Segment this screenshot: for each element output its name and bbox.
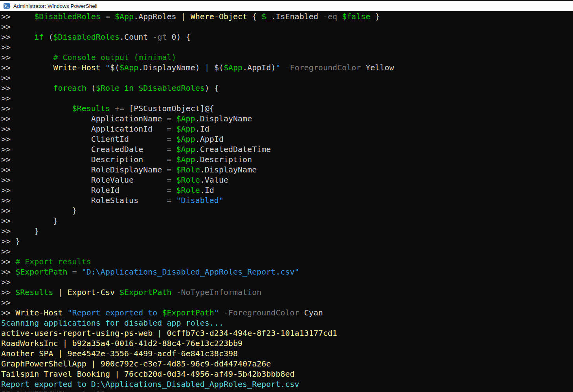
terminal-line: >> if ($DisabledRoles.Count -gt 0) { [1,32,573,42]
titlebar[interactable]: Administrator: Windows PowerShell [0,0,573,11]
code-segment: Where-Object [191,12,248,21]
code-segment: $DisabledRoles [53,32,119,42]
terminal-line: >> $DisabledRoles = $App.AppRoles | Wher… [1,11,573,22]
code-segment [171,155,176,164]
terminal-line: Tailspin Travel Booking | 76ccb20d-0d34-… [1,369,573,379]
code-segment: >> [1,308,15,317]
code-segment: = [167,155,171,164]
code-segment: >> [1,12,34,21]
code-segment: "Report exported to [68,308,162,317]
code-segment: active-users-report-using-ps-web | 0cffb… [1,328,337,338]
code-segment: $DisabledRoles [34,12,101,21]
code-segment: -ForegroundColor [281,63,361,72]
code-segment: ) { [205,83,219,93]
code-segment: $Role [176,175,200,185]
terminal-line: >> } [1,216,573,226]
console-output[interactable]: >> $DisabledRoles = $App.AppRoles | Wher… [0,11,573,392]
code-segment [337,12,342,21]
code-segment: >> [1,298,11,307]
code-segment: .AppId) [242,63,275,72]
code-segment: -gt [152,32,167,42]
code-segment: = [167,145,171,154]
code-segment [134,83,138,93]
terminal-line: Scanning applications for disabled app r… [1,318,573,328]
code-segment: >> [1,267,15,277]
code-segment: >> ApplicationName [1,114,167,123]
code-segment: ( [44,32,53,42]
code-segment: .AppRoles | [134,12,191,21]
terminal-line: >> [1,297,573,308]
code-segment [171,124,176,134]
code-segment: >> RoleId [1,185,167,195]
code-segment: .Value [200,175,228,185]
code-segment: PS C:\WINDOWS\system32> [1,390,110,392]
code-segment: " [214,308,219,317]
terminal-line: >> [1,22,573,32]
code-segment: ( [86,83,96,93]
terminal-line: Another SPA | 9ee4542e-3556-4499-acdf-6e… [1,348,573,359]
code-segment: $App [115,12,134,21]
code-segment [171,165,176,174]
code-segment [171,185,176,195]
code-segment: >> [1,93,11,103]
code-segment: = [167,124,171,134]
terminal-line: >> } [1,226,573,236]
code-segment: = [167,185,171,195]
code-segment: -NoTypeInformation [172,288,262,297]
terminal-line: >> [1,93,573,103]
code-segment: -ForegroundColor [219,308,299,317]
code-segment: = [167,134,171,144]
code-segment: " [105,63,110,72]
code-segment: >> ApplicationId [1,124,167,134]
terminal-line: >> } [1,205,573,216]
terminal-line: active-users-report-using-ps-web | 0cffb… [1,328,573,338]
code-segment: .Description [195,155,252,164]
terminal-line: >> Write-Host "Report exported to $Expor… [1,308,573,318]
code-segment: { [247,12,261,21]
code-segment: .Id [200,185,214,195]
code-segment: >> [1,288,15,297]
terminal-line: >> $Results | Export-Csv $ExportPath -No… [1,287,573,297]
code-segment: >> CreatedDate [1,145,167,154]
terminal-line: >> ApplicationId = $App.Id [1,124,573,134]
code-segment: if [34,32,44,42]
code-segment: >> } [1,206,77,215]
code-segment: $Role [96,83,119,93]
code-segment: $_ [261,12,271,21]
code-segment: $Role [176,185,200,195]
code-segment: >> [1,63,53,72]
code-segment: >> [1,83,53,93]
terminal-line: GraphPowerShellApp | 900c792c-e3e7-4d85-… [1,359,573,369]
code-segment [171,134,176,144]
code-segment [171,196,176,205]
code-segment: $DisabledRoles [138,83,205,93]
code-segment: Write-Host [15,308,62,317]
code-segment: .Count [119,32,152,42]
code-segment: >> [1,257,15,266]
code-segment: >> RoleStatus [1,196,167,205]
code-segment [115,288,119,297]
code-segment: $App [176,114,195,123]
terminal-line: >> # Console output (minimal) [1,52,573,62]
code-segment: # Export results [15,257,91,266]
code-segment: Write-Host [53,63,100,72]
code-segment: $App [224,63,242,72]
terminal-line: >> } [1,236,573,246]
code-segment: >> [1,277,11,287]
terminal-line: >> $ExportPath = "D:\Applications_Disabl… [1,267,573,277]
terminal-line: >> RoleDisplayName = $Role.DisplayName [1,165,573,175]
code-segment: >> Description [1,155,167,164]
code-segment: >> [1,22,11,31]
code-segment: $App [176,145,195,154]
code-segment: = [101,12,115,21]
code-segment: >> [1,53,53,62]
window-title: Administrator: Windows PowerShell [13,3,97,9]
terminal-line: >> Write-Host "$($App.DisplayName) | $($… [1,62,573,73]
terminal-line: >> [1,42,573,52]
code-segment: $Results [72,104,110,113]
code-segment: foreach [53,83,86,93]
code-segment: Tailspin Travel Booking | 76ccb20d-0d34-… [1,369,295,379]
terminal-line: >> [1,246,573,256]
code-segment: "D:\Applications_Disabled_AppRoles_Repor… [82,267,299,277]
code-segment: $ExportPath [162,308,214,317]
